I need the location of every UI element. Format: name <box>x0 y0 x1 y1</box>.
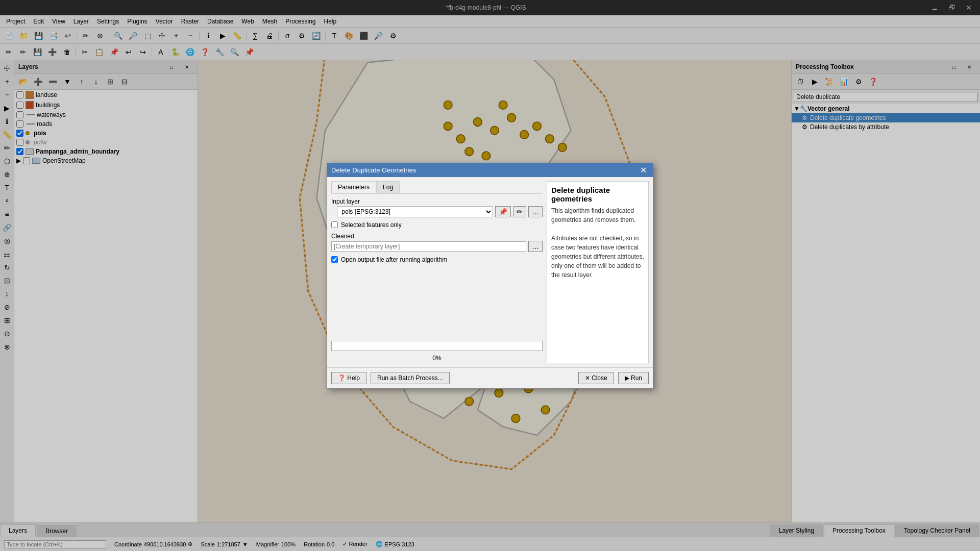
cleaned-label: Cleaned <box>331 233 543 240</box>
dialog-left-panel: Parameters Log Input layer · pois [EPSG:… <box>331 181 543 363</box>
dialog-footer: ❓ Help Run as Batch Process... ✕ Close ▶… <box>327 367 653 388</box>
progress-bar <box>331 341 543 351</box>
cleaned-input[interactable] <box>331 241 526 252</box>
input-layer-group: Input layer · pois [EPSG:3123] 📌 ✏ … <box>331 198 543 217</box>
cleaned-browse-button[interactable]: … <box>528 241 543 252</box>
dialog-title-label: Delete Duplicate Geometries <box>331 166 416 174</box>
edit-layer-button[interactable]: ✏ <box>513 206 526 217</box>
dialog-help-title: Delete duplicate geometries <box>551 186 644 203</box>
dialog-help-description: This algorithm finds duplicated geometri… <box>551 206 644 280</box>
batch-process-button[interactable]: Run as Batch Process... <box>371 372 450 384</box>
tab-log[interactable]: Log <box>376 181 400 193</box>
cleaned-row: … <box>331 241 543 252</box>
open-output-checkbox[interactable] <box>331 256 338 263</box>
close-button-dialog[interactable]: ✕ Close <box>578 372 614 384</box>
delete-duplicate-dialog: Delete Duplicate Geometries ✕ Parameters… <box>327 163 653 389</box>
dialog-tabs: Parameters Log <box>331 181 543 194</box>
cleaned-group: Cleaned … <box>331 233 543 252</box>
open-output-group: Open output file after running algorithm <box>331 256 543 263</box>
selected-features-label: Selected features only <box>341 221 402 229</box>
dialog-overlay: Delete Duplicate Geometries ✕ Parameters… <box>0 0 980 551</box>
open-output-label: Open output file after running algorithm <box>341 256 447 263</box>
input-layer-select[interactable]: pois [EPSG:3123] <box>337 206 493 217</box>
more-options-button[interactable]: … <box>528 206 543 217</box>
dialog-close-button[interactable]: ✕ <box>638 165 649 175</box>
dialog-help-panel: Delete duplicate geometries This algorit… <box>547 181 649 363</box>
dialog-titlebar: Delete Duplicate Geometries ✕ <box>327 163 653 177</box>
input-layer-label: Input layer <box>331 198 543 205</box>
help-button-dialog[interactable]: ❓ Help <box>331 372 366 384</box>
dialog-empty-space <box>331 265 543 337</box>
progress-bar-container: 0% <box>331 341 543 363</box>
progress-text: 0% <box>331 353 543 363</box>
input-layer-icon: · <box>331 208 333 215</box>
input-layer-row: · pois [EPSG:3123] 📌 ✏ … <box>331 206 543 217</box>
run-button-dialog[interactable]: ▶ Run <box>618 372 649 384</box>
selected-features-group: Selected features only <box>331 221 543 229</box>
select-from-map-button[interactable]: 📌 <box>495 206 511 217</box>
selected-features-checkbox[interactable] <box>331 221 338 228</box>
tab-parameters[interactable]: Parameters <box>331 181 376 193</box>
dialog-body: Parameters Log Input layer · pois [EPSG:… <box>327 177 653 367</box>
